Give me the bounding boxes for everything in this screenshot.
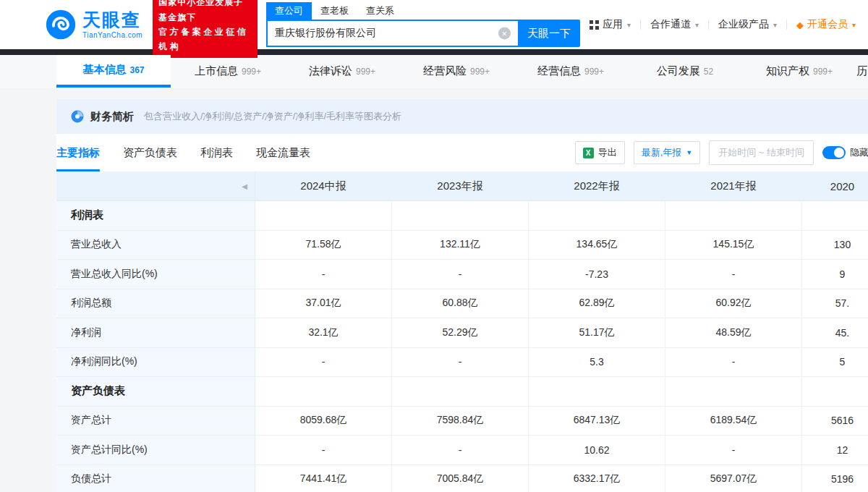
toggle-label: 隐藏空	[850, 146, 868, 159]
tab-basic-info[interactable]: 基本信息367	[56, 55, 171, 88]
table-row: 净利润同比(%)--5.3-5	[56, 348, 868, 378]
cell: -	[392, 348, 529, 377]
chevron-down-icon: ▾	[695, 21, 699, 29]
cell: -	[392, 260, 529, 289]
nav-label: 合作通道	[650, 18, 691, 31]
export-label: 导出	[598, 146, 617, 159]
statement-tab-cash-flow[interactable]: 现金流量表	[256, 134, 310, 171]
nav-item-enterprise-products[interactable]: 企业级产品▾	[709, 18, 786, 31]
column-header[interactable]: 2020	[802, 171, 868, 200]
tianyancha-logo[interactable]: 天眼查 TianYanCha.com	[45, 9, 142, 41]
cell: 6189.54亿	[665, 407, 802, 436]
table-row: 营业总收入71.58亿132.11亿134.65亿145.15亿130	[56, 231, 868, 260]
cell	[665, 377, 802, 406]
cell: 51.17亿	[529, 318, 665, 347]
financial-table: ◀2024中报2023年报2022年报2021年报2020利润表营业总收入71.…	[56, 171, 868, 492]
column-header[interactable]: 2021年报	[665, 171, 802, 200]
badge-line1: 国家中小企业发展子基金旗下	[158, 0, 252, 25]
cell: -	[665, 348, 802, 377]
statement-tab-income-statement[interactable]: 利润表	[200, 134, 233, 171]
statement-tab-balance-sheet[interactable]: 资产负债表	[123, 134, 177, 171]
hide-empty-toggle[interactable]	[822, 146, 846, 159]
cell: 5.3	[529, 348, 665, 377]
cell: 130	[802, 231, 868, 260]
search-area: 查公司查老板查关系 × 天眼一下	[266, 2, 580, 47]
cell: 32.1亿	[255, 318, 392, 347]
tab-operation[interactable]: 经营信息999+	[514, 55, 628, 88]
tab-history[interactable]: 历	[856, 55, 868, 88]
column-header[interactable]: 2023年报	[392, 171, 529, 200]
date-range-input[interactable]: 开始时间 ~ 结束时间	[709, 140, 814, 165]
column-header[interactable]: 2024中报	[255, 171, 392, 200]
tab-risk[interactable]: 经营风险999+	[399, 55, 514, 88]
search-tab-boss[interactable]: 查老板	[312, 2, 357, 20]
tab-count: 999+	[813, 67, 833, 77]
report-filter-dropdown[interactable]: 最新,年报 ▼	[634, 141, 701, 164]
top-header: 天眼查 TianYanCha.com 国家中小企业发展子基金旗下 官方备案企业征…	[0, 0, 868, 49]
vip-diamond-icon: ◆	[796, 20, 804, 30]
export-button[interactable]: X 导出	[575, 141, 625, 164]
search-button[interactable]: 天眼一下	[518, 20, 580, 47]
nav-label: 企业级产品	[718, 18, 769, 31]
nav-item-cooperation[interactable]: 合作通道▾	[641, 18, 708, 31]
statement-tab-key-indicators[interactable]: 主要指标	[56, 134, 100, 171]
tab-legal[interactable]: 法律诉讼999+	[285, 55, 399, 88]
table-row: 资产总计8059.68亿7598.84亿6847.13亿6189.54亿5616	[56, 407, 868, 436]
dark-divider	[0, 49, 868, 55]
cell: 6847.13亿	[529, 407, 665, 436]
cell: 8059.68亿	[255, 407, 392, 436]
clear-icon[interactable]: ×	[498, 27, 511, 40]
apps-grid-icon	[590, 20, 599, 30]
tab-development[interactable]: 公司发展52	[628, 55, 742, 88]
tab-count: 999+	[356, 67, 375, 77]
cell: 134.65亿	[529, 231, 665, 260]
row-label: 营业总收入	[56, 231, 255, 260]
column-header[interactable]: 2022年报	[529, 171, 665, 200]
row-label: 利润总额	[56, 289, 255, 318]
scroll-left-icon[interactable]: ◀	[242, 182, 247, 190]
search-tab-company[interactable]: 查公司	[266, 2, 312, 20]
nav-label: 应用	[603, 18, 623, 31]
search-input[interactable]	[266, 20, 518, 47]
cell: 12	[802, 436, 868, 465]
row-label: 净利润	[56, 318, 255, 347]
cell: 5	[802, 348, 868, 377]
hide-empty-toggle-wrap: 隐藏空	[822, 146, 868, 159]
banner-title: 财务简析	[90, 110, 134, 124]
cell	[802, 201, 868, 230]
header-nav: 应用▾合作通道▾企业级产品▾◆开通会员▾	[580, 18, 868, 31]
content-card: 财务简析 包含营业收入/净利润/总资产/净资产/净利率/毛利率等图表分析 主要指…	[56, 99, 868, 492]
chevron-down-icon: ▾	[773, 21, 777, 29]
cell: -	[255, 436, 392, 465]
tab-label: 知识产权	[766, 64, 809, 78]
search-tab-relation[interactable]: 查关系	[357, 2, 403, 20]
cell	[255, 377, 392, 406]
toolbar-controls: X 导出 最新,年报 ▼ 开始时间 ~ 结束时间 隐藏空	[575, 140, 868, 165]
tab-intellectual-property[interactable]: 知识产权999+	[742, 55, 856, 88]
nav-item-open-vip[interactable]: ◆开通会员▾	[787, 18, 865, 31]
chevron-down-icon: ▾	[627, 21, 631, 29]
nav-label: 开通会员	[807, 18, 848, 31]
cell: 7005.84亿	[392, 465, 529, 492]
logo-title: 天眼查	[82, 11, 142, 29]
row-label: 资产负债表	[56, 377, 255, 406]
statement-tabs: 主要指标资产负债表利润表现金流量表	[56, 134, 310, 171]
nav-item-apps[interactable]: 应用▾	[580, 18, 640, 31]
cell: 10.62	[529, 436, 665, 465]
badge-line2: 官方备案企业征信机构	[158, 25, 252, 54]
cell: 9	[802, 260, 868, 289]
cell: 52.29亿	[392, 318, 529, 347]
cell: 5616	[802, 407, 868, 436]
table-toolbar: 主要指标资产负债表利润表现金流量表 X 导出 最新,年报 ▼ 开始时间 ~ 结束…	[56, 134, 868, 171]
tab-count: 999+	[584, 67, 604, 77]
search-bar: × 天眼一下	[266, 20, 580, 47]
finance-summary-banner[interactable]: 财务简析 包含营业收入/净利润/总资产/净资产/净利率/毛利率等图表分析	[56, 99, 868, 134]
table-row: 净利润32.1亿52.29亿51.17亿48.59亿45.	[56, 318, 868, 348]
cell: 37.01亿	[255, 289, 392, 318]
tab-listing-info[interactable]: 上市信息999+	[171, 55, 285, 88]
cell: -7.23	[529, 260, 665, 289]
cell: 62.89亿	[529, 289, 665, 318]
table-row: 资产负债表	[56, 377, 868, 407]
tab-count: 999+	[242, 67, 261, 77]
cell: -	[392, 436, 529, 465]
